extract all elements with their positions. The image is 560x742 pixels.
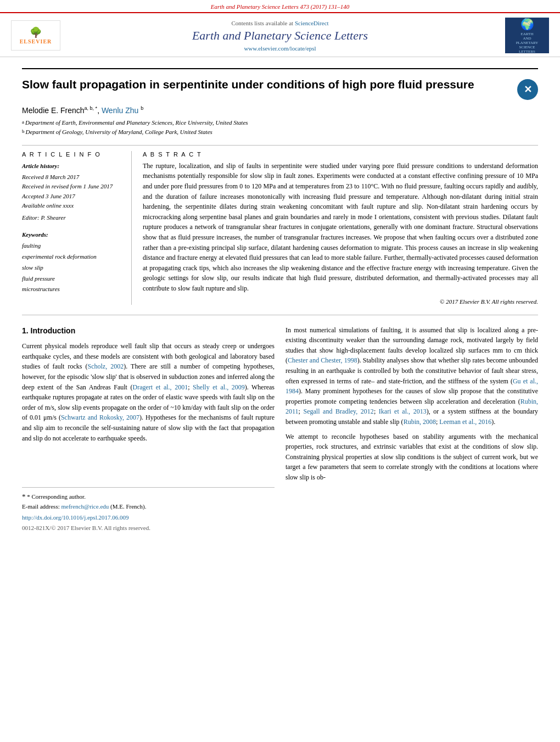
email-label: E-mail address:	[22, 503, 60, 510]
ref-dragert2001[interactable]: Dragert et al., 2001	[133, 383, 188, 391]
sciencedirect-link[interactable]: ScienceDirect	[295, 20, 329, 26]
footnote-corresponding: * * Corresponding author.	[22, 491, 275, 502]
keyword-1: faulting	[22, 241, 124, 252]
elsevier-brand: ELSEVIER	[20, 38, 52, 44]
affil-b-sup: b	[22, 127, 25, 135]
abstract-copyright: © 2017 Elsevier B.V. All rights reserved…	[143, 298, 538, 305]
author1-sup: a, b, *	[85, 105, 98, 111]
journal-header: 🌳 ELSEVIER Contents lists available at S…	[0, 13, 560, 57]
intro-para-1: Current physical models reproduce well f…	[22, 341, 275, 443]
body-text-col1: Current physical models reproduce well f…	[22, 341, 275, 443]
accepted-date: Accepted 3 June 2017	[22, 192, 124, 202]
article-title-section: Slow fault propagation in serpentinite u…	[22, 68, 538, 100]
doi-line[interactable]: http://dx.doi.org/10.1016/j.epsl.2017.06…	[22, 513, 275, 522]
ref-schwartz2007[interactable]: Schwartz and Rokosky, 2007	[61, 414, 139, 421]
footnote-email: E-mail address: mefrench@rice.edu (M.E. …	[22, 502, 275, 511]
author2-link[interactable]: Wenlu Zhu	[102, 106, 141, 115]
ref-rubin2008[interactable]: Rubin, 2008	[404, 418, 436, 426]
affil-a-text: Department of Earth, Environmental and P…	[25, 118, 248, 128]
article-title: Slow fault propagation in serpentinite u…	[22, 77, 512, 92]
affiliation-b: b Department of Geology, University of M…	[22, 127, 538, 137]
contents-text: Contents lists available at	[231, 20, 293, 26]
journal-url[interactable]: www.elsevier.com/locate/epsl	[66, 45, 494, 52]
ref-shelly2009[interactable]: Shelly et al., 2009	[193, 383, 245, 391]
ref-chester1998[interactable]: Chester and Chester, 1998	[288, 356, 357, 364]
article-history-block: Article history: Received 8 March 2017 R…	[22, 161, 124, 223]
author2-sup: b	[141, 105, 143, 111]
crossmark-badge[interactable]: ✕	[517, 79, 538, 100]
keyword-5: microstructures	[22, 284, 124, 295]
ref-ikari2013[interactable]: Ikari et al., 2013	[379, 408, 427, 415]
copyright-line: 0012-821X/© 2017 Elsevier B.V. All right…	[22, 523, 275, 533]
journal-header-center: Contents lists available at ScienceDirec…	[66, 20, 494, 52]
keywords-label: Keywords:	[22, 230, 124, 240]
top-bar: Earth and Planetary Science Letters 473 …	[0, 0, 560, 13]
journal-reference: Earth and Planetary Science Letters 473 …	[211, 3, 350, 10]
keyword-2: experimental rock deformation	[22, 252, 124, 263]
author2-name: Wenlu Zhu	[102, 106, 138, 115]
elsevier-logo-container: 🌳 ELSEVIER	[11, 20, 66, 51]
history-label: Article history:	[22, 161, 124, 171]
affil-b-text: Department of Geology, University of Mar…	[26, 127, 212, 137]
corresponding-label: * Corresponding author.	[27, 493, 86, 500]
article-info-heading: A R T I C L E I N F O	[22, 151, 124, 158]
footnote-star-icon: *	[22, 492, 26, 500]
globe-icon: 🌍	[520, 18, 534, 31]
abstract-heading: A B S T R A C T	[143, 151, 538, 158]
received-date: Received 8 March 2017	[22, 172, 124, 182]
ref-gu1984[interactable]: Gu et al., 1984	[285, 377, 538, 395]
ref-segall2012[interactable]: Segall and Bradley, 2012	[304, 408, 374, 415]
section1-title: 1. Introduction	[22, 325, 275, 337]
available-online: Available online xxxx	[22, 201, 124, 211]
article-info-column: A R T I C L E I N F O Article history: R…	[22, 151, 132, 305]
main-content: Slow fault propagation in serpentinite u…	[0, 57, 560, 544]
affiliations: a Department of Earth, Environmental and…	[22, 118, 538, 137]
section1-title-text: Introduction	[31, 326, 76, 335]
body-text-col2: In most numerical simulations of faultin…	[285, 325, 538, 483]
editor-info: Editor: P. Shearer	[22, 213, 124, 223]
elsevier-tree-icon: 🌳	[30, 26, 42, 38]
abstract-text: The rupture, localization, and slip of f…	[143, 161, 538, 294]
section-divider	[22, 315, 538, 315]
email-author-name: (M.E. French).	[110, 503, 146, 510]
intro-para-col2-1: In most numerical simulations of faultin…	[285, 325, 538, 427]
contents-available-line: Contents lists available at ScienceDirec…	[66, 20, 494, 26]
elsevier-logo: 🌳 ELSEVIER	[11, 20, 60, 51]
footnote-section: * * Corresponding author. E-mail address…	[22, 487, 275, 533]
info-abstract-columns: A R T I C L E I N F O Article history: R…	[22, 145, 538, 305]
journal-icon-text: EARTHANDPLANETARYSCIENCELETTERS	[516, 32, 539, 54]
journal-icon: 🌍 EARTHANDPLANETARYSCIENCELETTERS	[505, 18, 549, 53]
intro-para-col2-2: We attempt to reconcile hypotheses based…	[285, 432, 538, 483]
journal-title: Earth and Planetary Science Letters	[66, 29, 494, 43]
journal-header-right: 🌍 EARTHANDPLANETARYSCIENCELETTERS	[494, 18, 549, 53]
author1-name: Melodie E. French	[22, 106, 85, 115]
ref-scholz2002[interactable]: Scholz, 2002	[88, 362, 124, 370]
keywords-list: faulting experimental rock deformation s…	[22, 241, 124, 295]
affiliation-a: a Department of Earth, Environmental and…	[22, 118, 538, 128]
body-col-right: In most numerical simulations of faultin…	[285, 325, 538, 533]
keyword-4: fluid pressure	[22, 274, 124, 284]
revised-date: Received in revised form 1 June 2017	[22, 182, 124, 192]
authors-line: Melodie E. Frencha, b, *, Wenlu Zhu b	[22, 105, 538, 115]
abstract-column: A B S T R A C T The rupture, localizatio…	[143, 151, 538, 305]
section1-number: 1.	[22, 326, 29, 335]
keyword-3: slow slip	[22, 263, 124, 274]
body-col-left: 1. Introduction Current physical models …	[22, 325, 275, 533]
keywords-block: Keywords: faulting experimental rock def…	[22, 230, 124, 295]
email-link[interactable]: mefrench@rice.edu	[61, 503, 109, 510]
affil-a-sup: a	[22, 118, 24, 126]
body-columns: 1. Introduction Current physical models …	[22, 325, 538, 533]
ref-leeman2016[interactable]: Leeman et al., 2016	[439, 418, 491, 426]
